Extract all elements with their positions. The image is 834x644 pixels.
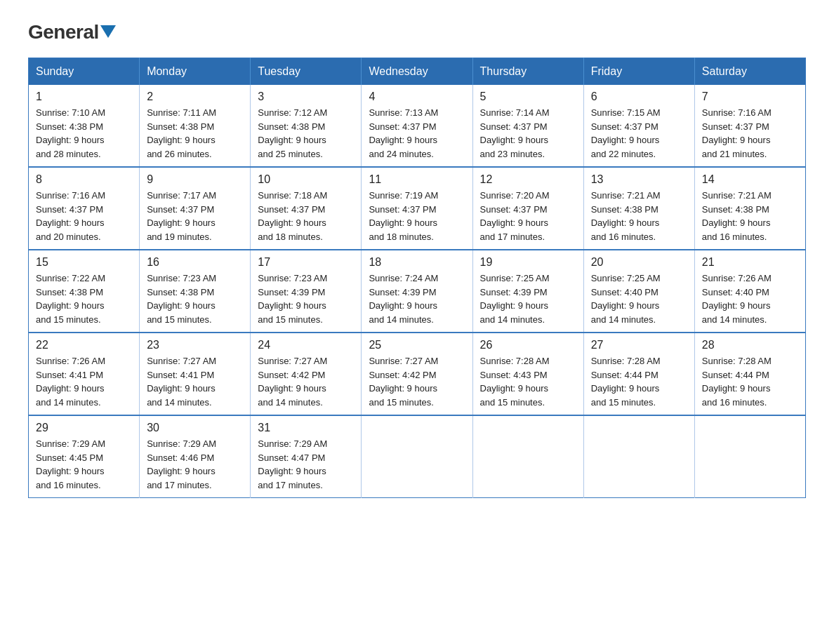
day-number: 27	[591, 339, 687, 351]
day-info: Sunrise: 7:24 AMSunset: 4:39 PMDaylight:…	[369, 271, 465, 326]
calendar-cell: 14Sunrise: 7:21 AMSunset: 4:38 PMDayligh…	[694, 167, 805, 250]
day-info: Sunrise: 7:22 AMSunset: 4:38 PMDaylight:…	[36, 271, 132, 326]
calendar-cell	[362, 415, 472, 498]
calendar-week-row: 8Sunrise: 7:16 AMSunset: 4:37 PMDaylight…	[29, 167, 806, 250]
day-info: Sunrise: 7:18 AMSunset: 4:37 PMDaylight:…	[258, 189, 354, 243]
day-info: Sunrise: 7:25 AMSunset: 4:39 PMDaylight:…	[480, 271, 576, 326]
header-monday: Monday	[140, 58, 251, 86]
calendar-cell: 5Sunrise: 7:14 AMSunset: 4:37 PMDaylight…	[472, 85, 583, 167]
calendar-cell: 23Sunrise: 7:27 AMSunset: 4:41 PMDayligh…	[140, 333, 251, 415]
calendar-cell: 2Sunrise: 7:11 AMSunset: 4:38 PMDaylight…	[140, 85, 251, 167]
calendar-cell: 29Sunrise: 7:29 AMSunset: 4:45 PMDayligh…	[29, 415, 140, 498]
day-number: 4	[369, 90, 465, 103]
calendar-week-row: 1Sunrise: 7:10 AMSunset: 4:38 PMDaylight…	[29, 85, 806, 167]
calendar-cell	[694, 415, 805, 498]
logo: General	[28, 21, 116, 43]
calendar-cell: 30Sunrise: 7:29 AMSunset: 4:46 PMDayligh…	[140, 415, 251, 498]
day-info: Sunrise: 7:29 AMSunset: 4:47 PMDaylight:…	[258, 437, 354, 492]
calendar-header-row: SundayMondayTuesdayWednesdayThursdayFrid…	[29, 58, 806, 86]
header-thursday: Thursday	[472, 58, 583, 86]
svg-marker-0	[100, 25, 116, 38]
calendar-cell: 19Sunrise: 7:25 AMSunset: 4:39 PMDayligh…	[472, 250, 583, 333]
calendar-cell: 27Sunrise: 7:28 AMSunset: 4:44 PMDayligh…	[583, 333, 694, 415]
calendar-cell: 20Sunrise: 7:25 AMSunset: 4:40 PMDayligh…	[583, 250, 694, 333]
day-number: 9	[147, 173, 243, 186]
day-number: 12	[480, 173, 576, 186]
day-number: 18	[369, 256, 465, 269]
day-number: 15	[36, 256, 132, 269]
day-info: Sunrise: 7:14 AMSunset: 4:37 PMDaylight:…	[480, 106, 576, 161]
day-info: Sunrise: 7:28 AMSunset: 4:43 PMDaylight:…	[480, 354, 576, 409]
calendar-cell: 3Sunrise: 7:12 AMSunset: 4:38 PMDaylight…	[251, 85, 362, 167]
header-sunday: Sunday	[29, 58, 140, 86]
day-number: 29	[36, 422, 132, 434]
day-info: Sunrise: 7:20 AMSunset: 4:37 PMDaylight:…	[480, 189, 576, 243]
day-number: 1	[36, 90, 132, 103]
calendar-cell: 22Sunrise: 7:26 AMSunset: 4:41 PMDayligh…	[29, 333, 140, 415]
calendar-cell: 1Sunrise: 7:10 AMSunset: 4:38 PMDaylight…	[29, 85, 140, 167]
calendar-week-row: 15Sunrise: 7:22 AMSunset: 4:38 PMDayligh…	[29, 250, 806, 333]
calendar-cell: 24Sunrise: 7:27 AMSunset: 4:42 PMDayligh…	[251, 333, 362, 415]
calendar-cell: 25Sunrise: 7:27 AMSunset: 4:42 PMDayligh…	[362, 333, 472, 415]
calendar-cell: 10Sunrise: 7:18 AMSunset: 4:37 PMDayligh…	[251, 167, 362, 250]
calendar-cell: 12Sunrise: 7:20 AMSunset: 4:37 PMDayligh…	[472, 167, 583, 250]
day-info: Sunrise: 7:23 AMSunset: 4:38 PMDaylight:…	[147, 271, 243, 326]
calendar-week-row: 29Sunrise: 7:29 AMSunset: 4:45 PMDayligh…	[29, 415, 806, 498]
calendar-cell	[583, 415, 694, 498]
day-info: Sunrise: 7:27 AMSunset: 4:41 PMDaylight:…	[147, 354, 243, 409]
calendar-cell: 21Sunrise: 7:26 AMSunset: 4:40 PMDayligh…	[694, 250, 805, 333]
day-number: 26	[480, 339, 576, 351]
calendar-cell: 11Sunrise: 7:19 AMSunset: 4:37 PMDayligh…	[362, 167, 472, 250]
day-info: Sunrise: 7:12 AMSunset: 4:38 PMDaylight:…	[258, 106, 354, 161]
calendar-cell: 15Sunrise: 7:22 AMSunset: 4:38 PMDayligh…	[29, 250, 140, 333]
calendar-cell: 8Sunrise: 7:16 AMSunset: 4:37 PMDaylight…	[29, 167, 140, 250]
day-number: 31	[258, 422, 354, 434]
day-info: Sunrise: 7:26 AMSunset: 4:40 PMDaylight:…	[702, 271, 798, 326]
calendar-cell: 18Sunrise: 7:24 AMSunset: 4:39 PMDayligh…	[362, 250, 472, 333]
day-number: 5	[480, 90, 576, 103]
day-number: 20	[591, 256, 687, 269]
calendar-cell: 9Sunrise: 7:17 AMSunset: 4:37 PMDaylight…	[140, 167, 251, 250]
day-number: 23	[147, 339, 243, 351]
logo-general-text: General	[28, 21, 99, 43]
day-info: Sunrise: 7:27 AMSunset: 4:42 PMDaylight:…	[258, 354, 354, 409]
day-number: 22	[36, 339, 132, 351]
calendar-cell: 6Sunrise: 7:15 AMSunset: 4:37 PMDaylight…	[583, 85, 694, 167]
day-number: 8	[36, 173, 132, 186]
day-number: 17	[258, 256, 354, 269]
day-number: 28	[702, 339, 798, 351]
day-number: 10	[258, 173, 354, 186]
calendar-cell: 31Sunrise: 7:29 AMSunset: 4:47 PMDayligh…	[251, 415, 362, 498]
calendar-cell: 13Sunrise: 7:21 AMSunset: 4:38 PMDayligh…	[583, 167, 694, 250]
day-info: Sunrise: 7:28 AMSunset: 4:44 PMDaylight:…	[591, 354, 687, 409]
header-wednesday: Wednesday	[362, 58, 472, 86]
header-saturday: Saturday	[694, 58, 805, 86]
day-info: Sunrise: 7:11 AMSunset: 4:38 PMDaylight:…	[147, 106, 243, 161]
day-info: Sunrise: 7:15 AMSunset: 4:37 PMDaylight:…	[591, 106, 687, 161]
calendar-cell: 17Sunrise: 7:23 AMSunset: 4:39 PMDayligh…	[251, 250, 362, 333]
calendar-week-row: 22Sunrise: 7:26 AMSunset: 4:41 PMDayligh…	[29, 333, 806, 415]
day-number: 6	[591, 90, 687, 103]
day-number: 7	[702, 90, 798, 103]
day-number: 3	[258, 90, 354, 103]
day-number: 16	[147, 256, 243, 269]
calendar-cell: 26Sunrise: 7:28 AMSunset: 4:43 PMDayligh…	[472, 333, 583, 415]
day-number: 11	[369, 173, 465, 186]
day-info: Sunrise: 7:29 AMSunset: 4:46 PMDaylight:…	[147, 437, 243, 492]
day-number: 25	[369, 339, 465, 351]
day-number: 13	[591, 173, 687, 186]
day-number: 21	[702, 256, 798, 269]
day-info: Sunrise: 7:13 AMSunset: 4:37 PMDaylight:…	[369, 106, 465, 161]
day-number: 30	[147, 422, 243, 434]
day-info: Sunrise: 7:16 AMSunset: 4:37 PMDaylight:…	[702, 106, 798, 161]
logo-general-line: General	[28, 21, 116, 43]
day-number: 24	[258, 339, 354, 351]
calendar-cell: 7Sunrise: 7:16 AMSunset: 4:37 PMDaylight…	[694, 85, 805, 167]
day-info: Sunrise: 7:25 AMSunset: 4:40 PMDaylight:…	[591, 271, 687, 326]
day-info: Sunrise: 7:10 AMSunset: 4:38 PMDaylight:…	[36, 106, 132, 161]
day-info: Sunrise: 7:29 AMSunset: 4:45 PMDaylight:…	[36, 437, 132, 492]
page-header: General	[28, 21, 806, 43]
header-friday: Friday	[583, 58, 694, 86]
day-number: 2	[147, 90, 243, 103]
day-number: 19	[480, 256, 576, 269]
